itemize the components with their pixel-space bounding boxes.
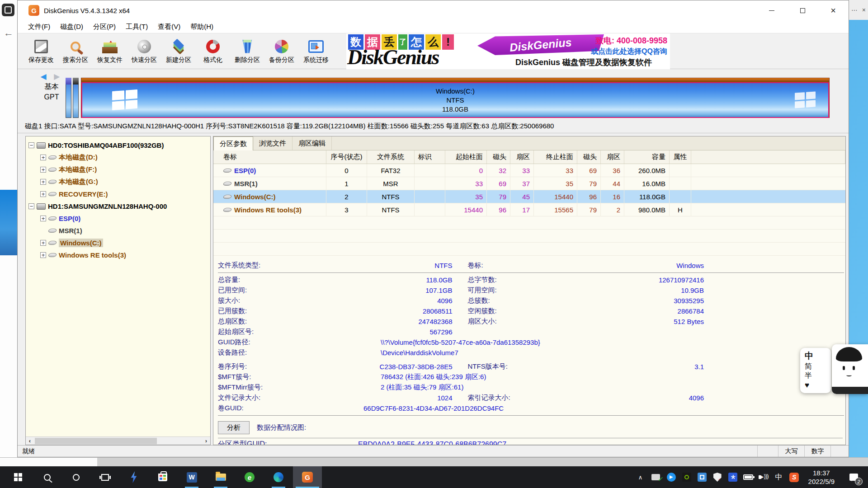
tree-item-hd0[interactable]: HD0:TOSHIBAMQ04ABF100(932GB): [28, 139, 210, 151]
tray-snowflake-icon[interactable]: [728, 472, 738, 482]
ad-banner[interactable]: 数 据 丢 了 怎 么 ! DiskGenius DiskGenius 致电: …: [346, 33, 670, 69]
header-end-sector[interactable]: 扇区: [601, 150, 624, 164]
tree-item-local-d[interactable]: 本地磁盘(D:): [28, 151, 210, 164]
collapse-icon[interactable]: [28, 203, 34, 209]
header-end-cylinder[interactable]: 终止柱面: [534, 150, 577, 164]
tree-item-hd1[interactable]: HD1:SAMSUNGMZNLN128HAHQ-000: [28, 200, 210, 212]
ime-status-panel[interactable]: 中 简 半 ♥: [800, 348, 831, 393]
tree-item-local-f[interactable]: 本地磁盘(F:): [28, 164, 210, 176]
scrollbar-thumb[interactable]: [35, 438, 157, 444]
table-row-windows-c[interactable]: Windows(C:) 2 NTFS 35 79 45 15440 96 16 …: [213, 190, 845, 203]
cortana-button[interactable]: [61, 466, 90, 488]
expand-icon[interactable]: [40, 191, 46, 197]
expand-icon[interactable]: [40, 240, 46, 246]
ime-simplified[interactable]: 简: [805, 362, 812, 371]
system-migration-button[interactable]: 系统迁移: [299, 38, 333, 64]
task-view-button[interactable]: [90, 466, 119, 488]
tree-item-esp[interactable]: ESP(0): [28, 212, 210, 225]
partition-segment-windows-c[interactable]: Windows(C:) NTFS 118.0GB: [81, 82, 829, 118]
header-attribute[interactable]: 属性: [670, 150, 691, 164]
close-icon[interactable]: [862, 6, 866, 14]
menu-disk[interactable]: 磁盘(D): [55, 23, 88, 31]
tree-item-recovery-e[interactable]: RECOVERY(E:): [28, 188, 210, 200]
header-start-sector[interactable]: 扇区: [510, 150, 534, 164]
analyze-button[interactable]: 分析: [218, 421, 250, 434]
backup-partition-button[interactable]: 备份分区: [264, 38, 299, 64]
tab-sector-edit[interactable]: 扇区编辑: [292, 136, 332, 150]
menu-tools[interactable]: 工具(T): [121, 23, 153, 31]
file-explorer-button[interactable]: [206, 466, 235, 488]
collapse-icon[interactable]: [28, 142, 34, 148]
tray-printer-icon[interactable]: [651, 472, 661, 482]
new-partition-button[interactable]: 新建分区: [161, 38, 196, 64]
expand-icon[interactable]: [40, 155, 46, 160]
tray-messenger-icon[interactable]: [666, 472, 676, 482]
quick-partition-button[interactable]: 快速分区: [127, 38, 161, 64]
taskbar-clock[interactable]: 18:37 2022/5/9: [808, 469, 835, 486]
search-button[interactable]: [33, 466, 61, 488]
save-changes-button[interactable]: 保存更改: [24, 38, 58, 64]
scroll-left-arrow-icon[interactable]: [26, 437, 34, 445]
tree-item-local-g[interactable]: 本地磁盘(G:): [28, 176, 210, 188]
tray-ime-indicator[interactable]: 中: [774, 472, 784, 482]
browser-360-button[interactable]: [235, 466, 264, 488]
header-filesystem[interactable]: 文件系统: [367, 150, 415, 164]
expand-icon[interactable]: [40, 252, 46, 258]
tray-battery-icon[interactable]: [743, 472, 753, 482]
word-app-button[interactable]: [177, 466, 206, 488]
table-row-msr[interactable]: MSR(1) 1 MSR 33 69 37 35 79 44 16.0MB: [213, 177, 845, 190]
diskgenius-taskbar-button[interactable]: [293, 466, 322, 488]
header-volume-label[interactable]: 卷标: [213, 150, 326, 164]
ime-mode-chinese[interactable]: 中: [805, 350, 813, 362]
menu-file[interactable]: 文件(F): [23, 23, 55, 31]
scroll-right-arrow-icon[interactable]: [202, 437, 210, 445]
close-button[interactable]: [818, 0, 849, 20]
table-row-windows-re[interactable]: Windows RE tools(3) 3 NTFS 15440 96 17 1…: [213, 203, 845, 216]
tray-volume-icon[interactable]: [759, 473, 769, 481]
more-options-icon[interactable]: [851, 6, 858, 14]
tab-partition-parameters[interactable]: 分区参数: [213, 136, 253, 150]
tree-item-msr[interactable]: MSR(1): [28, 225, 210, 237]
maximize-button[interactable]: [787, 0, 818, 20]
header-capacity[interactable]: 容量: [624, 150, 670, 164]
ime-halfwidth[interactable]: 半: [805, 371, 812, 380]
menu-view[interactable]: 查看(V): [153, 23, 185, 31]
tray-security-shield-icon[interactable]: [712, 472, 722, 482]
partition-segment-esp[interactable]: [66, 78, 71, 118]
table-row-esp[interactable]: ESP(0) 0 FAT32 0 32 33 33 69 36 260.0MB: [213, 164, 845, 177]
tab-browse-files[interactable]: 浏览文件: [253, 136, 292, 150]
ad-qq-link[interactable]: 或点击此处选择QQ咨询: [591, 47, 667, 56]
search-partition-button[interactable]: 搜索分区: [58, 38, 93, 64]
header-start-head[interactable]: 磁头: [487, 150, 510, 164]
menu-partition[interactable]: 分区(P): [88, 23, 121, 31]
expand-icon[interactable]: [40, 179, 46, 185]
edge-app-button[interactable]: [264, 466, 293, 488]
header-start-cylinder[interactable]: 起始柱面: [445, 150, 487, 164]
expand-icon[interactable]: [40, 216, 46, 221]
header-end-head[interactable]: 磁头: [577, 150, 601, 164]
recover-files-button[interactable]: 恢复文件: [93, 38, 127, 64]
tray-sogou-icon[interactable]: [789, 472, 799, 482]
header-tag[interactable]: 标识: [415, 150, 445, 164]
expand-icon[interactable]: [40, 167, 46, 173]
thunder-app-button[interactable]: [119, 466, 148, 488]
store-app-button[interactable]: [148, 466, 177, 488]
partition-segment-msr[interactable]: [73, 78, 79, 118]
prev-disk-arrow-icon[interactable]: [41, 72, 49, 81]
back-arrow-icon[interactable]: [4, 27, 14, 39]
minimize-button[interactable]: [756, 0, 787, 20]
next-disk-arrow-icon[interactable]: [54, 72, 62, 81]
tree-item-windows-re[interactable]: Windows RE tools(3): [28, 249, 210, 261]
tray-expand-chevron-icon[interactable]: [636, 472, 646, 482]
heart-icon[interactable]: ♥: [805, 381, 809, 390]
tree-horizontal-scrollbar[interactable]: [26, 436, 210, 445]
tray-intel-graphics-icon[interactable]: [697, 472, 707, 482]
start-button[interactable]: [4, 466, 33, 488]
format-button[interactable]: 格式化: [196, 38, 230, 64]
notification-center-button[interactable]: 2: [844, 466, 863, 488]
tree-item-windows-c[interactable]: Windows(C:): [28, 237, 210, 249]
tray-nvidia-icon[interactable]: [682, 472, 692, 482]
menu-help[interactable]: 帮助(H): [185, 23, 218, 31]
delete-partition-button[interactable]: 删除分区: [230, 38, 264, 64]
header-index-status[interactable]: 序号(状态): [326, 150, 367, 164]
